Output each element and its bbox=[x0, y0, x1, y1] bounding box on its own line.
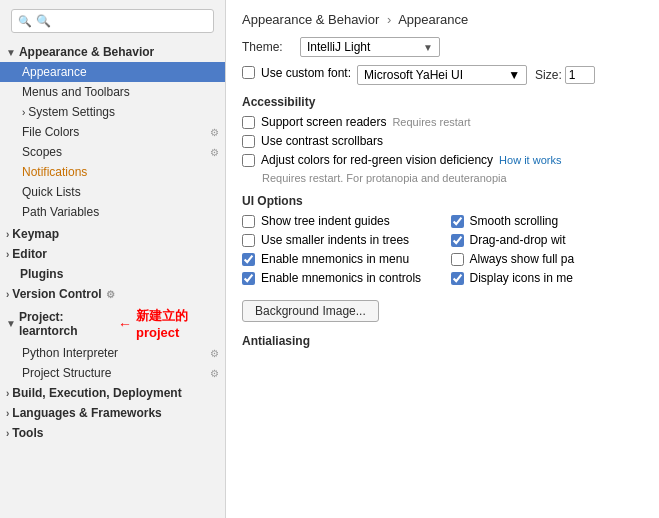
sidebar-item-label: Path Variables bbox=[22, 205, 99, 219]
smaller-indents-row: Use smaller indents in trees bbox=[242, 233, 435, 247]
mnemonics-controls-row: Enable mnemonics in controls bbox=[242, 271, 435, 285]
sidebar-group-label: Appearance & Behavior bbox=[19, 45, 154, 59]
theme-value: IntelliJ Light bbox=[307, 40, 370, 54]
theme-row: Theme: IntelliJ Light ▼ bbox=[242, 37, 643, 57]
screen-readers-note: Requires restart bbox=[392, 116, 470, 128]
mnemonics-menu-checkbox[interactable] bbox=[242, 253, 255, 266]
red-arrow-icon: ← bbox=[118, 316, 132, 332]
sidebar-item-path-variables[interactable]: Path Variables bbox=[0, 202, 225, 222]
sidebar-group-label: Project: learntorch bbox=[19, 310, 114, 338]
settings-icon: ⚙ bbox=[210, 127, 219, 138]
contrast-scrollbars-label: Use contrast scrollbars bbox=[261, 134, 383, 148]
color-blind-row: Adjust colors for red-green vision defic… bbox=[242, 153, 643, 167]
sidebar-group-editor[interactable]: › Editor bbox=[0, 244, 225, 264]
sidebar-item-notifications[interactable]: Notifications bbox=[0, 162, 225, 182]
ui-options-title: UI Options bbox=[242, 194, 643, 208]
expand-arrow-icon: › bbox=[6, 249, 9, 260]
sidebar-item-appearance[interactable]: Appearance bbox=[0, 62, 225, 82]
drag-drop-checkbox[interactable] bbox=[451, 234, 464, 247]
mnemonics-menu-row: Enable mnemonics in menu bbox=[242, 252, 435, 266]
sidebar-item-python-interpreter[interactable]: Python Interpreter ⚙ bbox=[0, 343, 225, 363]
search-input[interactable] bbox=[36, 14, 207, 28]
how-it-works-link[interactable]: How it works bbox=[499, 154, 561, 166]
sidebar-item-label: Menus and Toolbars bbox=[22, 85, 130, 99]
breadcrumb-sep: › bbox=[387, 12, 391, 27]
sidebar-group-keymap[interactable]: › Keymap bbox=[0, 224, 225, 244]
accessibility-title: Accessibility bbox=[242, 95, 643, 109]
contrast-scrollbars-row: Use contrast scrollbars bbox=[242, 134, 643, 148]
theme-dropdown[interactable]: IntelliJ Light ▼ bbox=[300, 37, 440, 57]
sidebar-group-appearance-behavior[interactable]: ▼ Appearance & Behavior bbox=[0, 42, 225, 62]
sidebar-group-tools[interactable]: › Tools bbox=[0, 423, 225, 443]
sidebar-item-label: File Colors bbox=[22, 125, 79, 139]
contrast-scrollbars-checkbox[interactable] bbox=[242, 135, 255, 148]
settings-dialog: 🔍 ▼ Appearance & Behavior Appearance Men… bbox=[0, 0, 659, 518]
vcs-icon: ⚙ bbox=[106, 289, 115, 300]
display-icons-checkbox[interactable] bbox=[451, 272, 464, 285]
search-bar[interactable]: 🔍 bbox=[11, 9, 214, 33]
ui-options-grid: Show tree indent guides Use smaller inde… bbox=[242, 214, 643, 290]
sidebar-group-build[interactable]: › Build, Execution, Deployment bbox=[0, 383, 225, 403]
content-panel: Appearance & Behavior › Appearance Theme… bbox=[226, 0, 659, 518]
breadcrumb: Appearance & Behavior › Appearance bbox=[242, 12, 643, 27]
ui-options-right: Smooth scrolling Drag-and-drop wit Alway… bbox=[451, 214, 644, 290]
size-label: Size: bbox=[535, 68, 562, 82]
mnemonics-controls-label: Enable mnemonics in controls bbox=[261, 271, 421, 285]
mnemonics-controls-checkbox[interactable] bbox=[242, 272, 255, 285]
smooth-scrolling-checkbox[interactable] bbox=[451, 215, 464, 228]
sidebar-item-label: Scopes bbox=[22, 145, 62, 159]
sidebar-item-label: Quick Lists bbox=[22, 185, 81, 199]
background-image-button[interactable]: Background Image... bbox=[242, 300, 379, 322]
smooth-scrolling-label: Smooth scrolling bbox=[470, 214, 559, 228]
drag-drop-row: Drag-and-drop wit bbox=[451, 233, 644, 247]
screen-readers-checkbox[interactable] bbox=[242, 116, 255, 129]
full-paths-checkbox[interactable] bbox=[451, 253, 464, 266]
tree-indent-label: Show tree indent guides bbox=[261, 214, 390, 228]
sidebar-group-project[interactable]: ▼ Project: learntorch ← 新建立的project bbox=[0, 304, 225, 343]
collapse-arrow-icon: ▼ bbox=[6, 318, 16, 329]
sidebar-item-label: Project Structure bbox=[22, 366, 111, 380]
drag-drop-label: Drag-and-drop wit bbox=[470, 233, 566, 247]
smaller-indents-checkbox[interactable] bbox=[242, 234, 255, 247]
sidebar-item-label: Notifications bbox=[22, 165, 87, 179]
sidebar-section-appearance-behavior: ▼ Appearance & Behavior Appearance Menus… bbox=[0, 40, 225, 224]
sidebar-item-scopes[interactable]: Scopes ⚙ bbox=[0, 142, 225, 162]
sidebar-item-file-colors[interactable]: File Colors ⚙ bbox=[0, 122, 225, 142]
sidebar: 🔍 ▼ Appearance & Behavior Appearance Men… bbox=[0, 0, 226, 518]
expand-arrow-icon: › bbox=[6, 289, 9, 300]
sidebar-item-menus-toolbars[interactable]: Menus and Toolbars bbox=[0, 82, 225, 102]
sidebar-item-label: Python Interpreter bbox=[22, 346, 118, 360]
breadcrumb-parent: Appearance & Behavior bbox=[242, 12, 379, 27]
custom-font-checkbox[interactable] bbox=[242, 66, 255, 79]
tree-indent-checkbox[interactable] bbox=[242, 215, 255, 228]
dropdown-arrow-icon: ▼ bbox=[423, 42, 433, 53]
sidebar-item-system-settings[interactable]: › System Settings bbox=[0, 102, 225, 122]
display-icons-row: Display icons in me bbox=[451, 271, 644, 285]
tree-indent-row: Show tree indent guides bbox=[242, 214, 435, 228]
sidebar-group-label: Plugins bbox=[20, 267, 63, 281]
font-dropdown[interactable]: Microsoft YaHei UI ▼ bbox=[357, 65, 527, 85]
sidebar-group-plugins[interactable]: Plugins bbox=[0, 264, 225, 284]
sidebar-group-label: Tools bbox=[12, 426, 43, 440]
theme-label: Theme: bbox=[242, 40, 292, 54]
font-value: Microsoft YaHei UI bbox=[364, 68, 463, 82]
display-icons-label: Display icons in me bbox=[470, 271, 573, 285]
settings-icon: ⚙ bbox=[210, 147, 219, 158]
sidebar-group-label: Editor bbox=[12, 247, 47, 261]
sidebar-item-project-structure[interactable]: Project Structure ⚙ bbox=[0, 363, 225, 383]
custom-font-label: Use custom font: bbox=[261, 66, 351, 80]
size-input[interactable] bbox=[565, 66, 595, 84]
mnemonics-menu-label: Enable mnemonics in menu bbox=[261, 252, 409, 266]
sidebar-group-label: Keymap bbox=[12, 227, 59, 241]
sidebar-item-label: Appearance bbox=[22, 65, 87, 79]
screen-readers-row: Support screen readers Requires restart bbox=[242, 115, 643, 129]
new-project-indicator: ← 新建立的project bbox=[118, 307, 219, 340]
antialiasing-title: Antialiasing bbox=[242, 334, 643, 348]
sidebar-group-languages[interactable]: › Languages & Frameworks bbox=[0, 403, 225, 423]
sidebar-group-label: Version Control bbox=[12, 287, 101, 301]
sidebar-item-quick-lists[interactable]: Quick Lists bbox=[0, 182, 225, 202]
requires-restart-note: Requires restart. For protanopia and deu… bbox=[262, 172, 643, 184]
color-blind-checkbox[interactable] bbox=[242, 154, 255, 167]
sidebar-group-version-control[interactable]: › Version Control ⚙ bbox=[0, 284, 225, 304]
sidebar-group-label: Build, Execution, Deployment bbox=[12, 386, 181, 400]
